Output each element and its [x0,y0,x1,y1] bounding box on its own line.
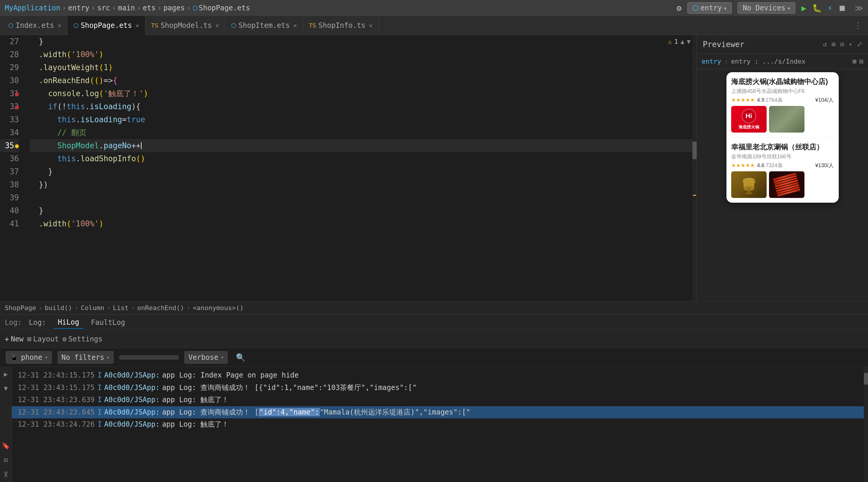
settings-button[interactable]: ⚙ Settings [62,335,102,343]
shop-card-1: 海底捞火锅(水晶城购物中心店) 上塘路458号水晶城购物中心F6 ★★★★★ 4… [726,72,839,138]
filter-icon[interactable]: ⊟ [1,455,11,464]
tab-faultlog[interactable]: FaultLog [86,317,130,329]
breadcrumb-onreachend: onReachEnd() [137,304,184,312]
editor-scrollbar[interactable] [692,35,696,301]
previewer-panel: Previewer ↺ ⊞ ⊟ ▾ ⤢ entry : entry : .../… [696,35,868,301]
previewer-title-bar: entry : entry : .../s/Index ⊞ ⊟ [697,54,868,69]
close-icon[interactable]: ✕ [58,22,61,29]
log-left-rail: ▶ ▼ 🔖 ⊟ ⊻ ↻ [0,367,12,482]
new-button[interactable]: + New [5,335,24,343]
code-line-32: if(!this.isLoading){ [30,100,696,113]
tab-more-icon[interactable]: ⋮ [854,21,862,30]
device-filter[interactable]: 📱 phone ▾ [6,351,52,364]
log-entry-1: 12-31 23:43:15.175 I A0c0d0/JSApp: app L… [12,369,864,382]
device-label: phone [21,353,42,362]
code-line-34: // 翻页 [30,126,696,139]
code-line-31: console.log('触底了！') [30,87,696,100]
chevron-down-icon[interactable]: ▾ [849,41,852,47]
code-line-35: ShopModel.pageNo++ [30,139,696,152]
chevron-down-icon: ▾ [221,354,224,360]
search-icon-btn[interactable]: 🔍 [236,353,245,362]
log-filters: 📱 phone ▾ No filters ▾ Verbose ▾ 🔍 [0,348,868,367]
close-icon[interactable]: ✕ [215,22,219,29]
shop-1-address: 上塘路458号水晶城购物中心F6 [731,88,834,95]
level: I [97,383,102,393]
close-icon[interactable]: ✕ [135,22,139,29]
verbose-dropdown[interactable]: Verbose ▾ [184,351,227,364]
no-devices-dropdown[interactable]: No Devices ▾ [738,2,795,13]
code-line-36: this.loadShopInfo() [30,152,696,165]
tab-shopmodel-ts[interactable]: TS ShopModel.ts ✕ [146,16,225,35]
level: I [97,407,102,418]
grid-icon[interactable]: ⊟ [840,40,844,48]
path-label: entry : .../s/Index [731,58,805,65]
log-label: Log: [5,318,22,327]
tab-log[interactable]: Log: [24,317,51,329]
run-button[interactable]: ▶ [801,3,806,13]
timestamp: 12-31 23:43:15.175 [18,370,95,380]
collapse-all-icon[interactable]: ▼ [1,384,11,393]
layers-icon[interactable]: ⊞ [832,40,836,48]
shop-2-stars: ★★★★★ [731,162,755,169]
code-line-28: .width('100%') [30,48,696,61]
shop-1-meta: ★★★★★ 4.9 2764条 ¥104/人 [731,96,834,104]
code-line-33: this.isLoading = true [30,113,696,126]
phone-mock: 海底捞火锅(水晶城购物中心店) 上塘路458号水晶城购物中心F6 ★★★★★ 4… [726,72,839,203]
file-icon: TS [309,22,316,29]
stop-button[interactable]: ⏹ [838,3,846,13]
file-icon: ⬡ [73,22,78,29]
tab-label: ShopItem.ets [239,21,290,30]
shop-card-2: 幸福里老北京涮锅（丝联店） 金华南路189号丝联166号 ★★★★★ 4.6 7… [726,138,839,203]
more-button[interactable]: ≫ [855,3,863,13]
shop-1-name: 海底捞火锅(水晶城购物中心店) [731,77,834,86]
shop-2-price: ¥130/人 [815,162,834,169]
toggle-icon[interactable]: ⊞ [852,58,857,65]
tab-shopitem-ets[interactable]: ⬡ ShopItem.ets ✕ [225,16,303,35]
shop-1-logo: Hi 海底捞火锅 [731,106,767,133]
close-icon[interactable]: ✕ [293,22,297,29]
file-icon: ⬡ [231,22,236,29]
tab-shoppage-ets[interactable]: ⬡ ShopPage.ets ✕ [67,16,145,35]
layout-icon[interactable]: ⊟ [860,58,863,65]
code-content[interactable]: } .width('100%') .layoutWeight(1) .onRea… [24,35,696,301]
log-scrollbar[interactable] [864,367,868,482]
top-bar: MyApplication › entry › src › main › ets… [0,0,868,16]
svg-rect-5 [742,181,744,182]
level: I [97,370,102,380]
entry-dropdown[interactable]: ⬡ entry ▾ [687,2,732,13]
code-editor[interactable]: ⚠ 1 ▲ ▼ 27 28 29 30 31 32 33 34 35 36 37… [0,35,696,301]
settings-label: Settings [68,335,102,343]
layout-button[interactable]: ⊞ Layout [27,335,59,343]
gear-icon[interactable]: ⚙ [677,3,682,13]
tab-label: ShopPage.ets [81,21,132,30]
chevron-down-icon: ▾ [723,5,727,11]
filter-label: No filters [61,353,104,362]
expand-icon[interactable]: ⤢ [857,40,862,48]
scroll-lock-icon[interactable]: ⊻ [1,469,11,479]
message: app Log: 触底了！ [162,395,229,405]
svg-point-4 [745,192,752,194]
tab-index-ets[interactable]: ⬡ Index.ets ✕ [2,16,67,35]
log-entries: 12-31 23:43:15.175 I A0c0d0/JSApp: app L… [12,367,864,482]
nofilters-dropdown[interactable]: No filters ▾ [58,351,114,364]
shop-2-reviews: 7324条 [766,162,783,169]
timestamp: 12-31 23:43:24.726 [18,420,95,430]
previewer-header: Previewer ↺ ⊞ ⊟ ▾ ⤢ [697,35,868,54]
refresh-icon[interactable]: ↺ [823,40,827,48]
bookmark-icon[interactable]: 🔖 [1,441,11,450]
shop-2-address: 金华南路189号丝联166号 [731,153,834,160]
close-icon[interactable]: ✕ [369,22,373,29]
hot-reload-button[interactable]: ⚡ [828,4,832,12]
log-entry-4: 12-31 23:43:23.645 I A0c0d0/JSApp: app L… [12,406,864,419]
tab-shopinfo-ts[interactable]: TS ShopInfo.ts ✕ [303,16,379,35]
log-panel: Log: Log: HiLog FaultLog + New ⊞ Layout … [0,314,868,482]
previewer-title: Previewer [703,40,744,49]
expand-all-icon[interactable]: ▶ [1,369,11,379]
debug-button[interactable]: 🐛 [812,4,822,12]
tab-hilog[interactable]: HiLog [53,316,84,329]
breadcrumb-build: build() [44,304,72,312]
log-tabs: Log: Log: HiLog FaultLog [0,315,868,330]
svg-rect-6 [754,181,755,182]
search-filter[interactable] [119,356,179,360]
code-line-38: }) [30,178,696,191]
